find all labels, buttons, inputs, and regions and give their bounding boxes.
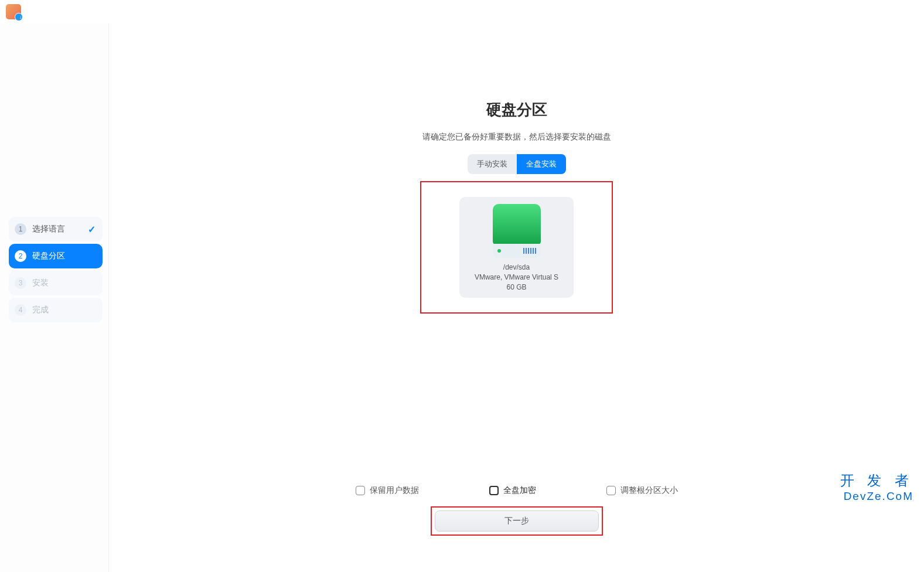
next-button-highlight: 下一步 — [431, 506, 603, 536]
checkbox-label: 全盘加密 — [503, 485, 536, 496]
disk-icon — [493, 204, 541, 258]
step-number: 1 — [15, 223, 26, 235]
page-title: 硬盘分区 — [486, 100, 547, 120]
option-resize-root[interactable]: 调整根分区大小 — [606, 485, 678, 496]
step-label: 硬盘分区 — [32, 251, 65, 261]
disk-path: /dev/sda — [465, 263, 568, 273]
watermark-cn: 开 发 者 — [840, 471, 913, 490]
main-content: 硬盘分区 请确定您已备份好重要数据，然后选择要安装的磁盘 手动安装 全盘安装 — [109, 23, 924, 572]
disk-icon-wrap — [465, 204, 568, 258]
titlebar: ↓ — [0, 0, 924, 23]
watermark-en: DevZe.CoM — [840, 490, 913, 503]
main-container: 1 选择语言 ✓ 2 硬盘分区 3 安装 4 完成 硬盘分区 请确定您已备份好重… — [0, 23, 924, 572]
disk-card[interactable]: /dev/sda VMware, VMware Virtual S 60 GB — [459, 197, 574, 298]
checkbox-icon — [489, 486, 499, 495]
option-keep-user-data[interactable]: 保留用户数据 — [356, 485, 419, 496]
sidebar: 1 选择语言 ✓ 2 硬盘分区 3 安装 4 完成 — [0, 23, 109, 572]
watermark: 开 发 者 DevZe.CoM — [840, 471, 913, 503]
disk-selection-highlight: /dev/sda VMware, VMware Virtual S 60 GB — [420, 181, 613, 314]
step-number: 2 — [15, 250, 26, 262]
sidebar-step-language[interactable]: 1 选择语言 ✓ — [9, 217, 103, 241]
option-full-disk-encryption[interactable]: 全盘加密 — [489, 485, 536, 496]
step-number: 4 — [15, 304, 26, 316]
checkbox-icon — [606, 486, 616, 495]
tab-manual-install[interactable]: 手动安装 — [468, 154, 517, 174]
checkbox-icon — [356, 486, 365, 495]
disk-size: 60 GB — [465, 282, 568, 292]
content-area: 硬盘分区 请确定您已备份好重要数据，然后选择要安装的磁盘 手动安装 全盘安装 — [109, 100, 924, 314]
next-button[interactable]: 下一步 — [435, 510, 599, 532]
tab-full-install[interactable]: 全盘安装 — [517, 154, 566, 174]
app-icon: ↓ — [6, 4, 21, 19]
step-label: 安装 — [32, 278, 49, 288]
step-label: 完成 — [32, 305, 49, 315]
disk-description: VMware, VMware Virtual S — [465, 273, 568, 282]
install-options: 保留用户数据 全盘加密 调整根分区大小 — [109, 485, 924, 496]
step-number: 3 — [15, 277, 26, 289]
step-label: 选择语言 — [32, 224, 65, 234]
check-icon: ✓ — [88, 224, 96, 235]
install-mode-tabs: 手动安装 全盘安装 — [468, 154, 566, 174]
checkbox-label: 保留用户数据 — [370, 485, 419, 496]
page-subtitle: 请确定您已备份好重要数据，然后选择要安装的磁盘 — [422, 132, 611, 142]
disk-led-icon — [497, 249, 501, 253]
checkbox-label: 调整根分区大小 — [620, 485, 678, 496]
sidebar-step-finish[interactable]: 4 完成 — [9, 298, 103, 322]
sidebar-step-install[interactable]: 3 安装 — [9, 271, 103, 295]
sidebar-step-partition[interactable]: 2 硬盘分区 — [9, 244, 103, 268]
